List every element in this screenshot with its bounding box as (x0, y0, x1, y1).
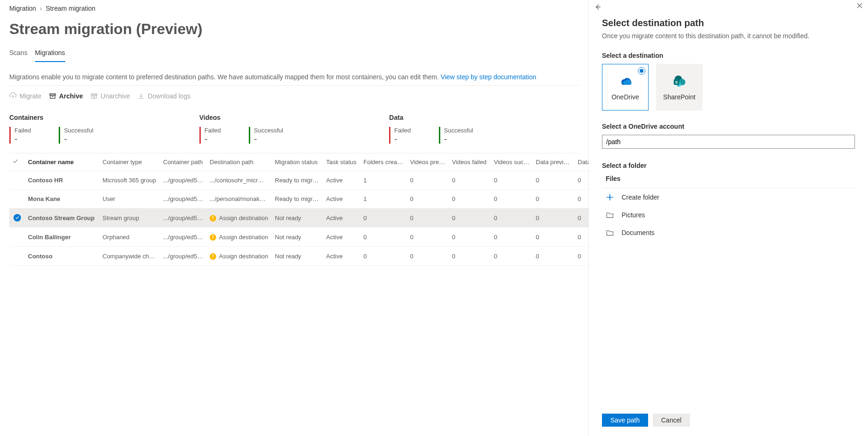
column-header-vfail[interactable]: Videos failed (449, 153, 491, 171)
archive-label: Archive (59, 92, 83, 100)
sharepoint-icon: S (672, 74, 687, 89)
cell-cpath: .../group/ed53… (160, 247, 207, 266)
cell-dpath[interactable]: !Assign destination (207, 208, 272, 228)
stat-failed-label: Failed (205, 127, 221, 134)
red-bar-icon (389, 127, 390, 144)
panel-title: Select destination path (602, 18, 855, 28)
plus-icon (606, 193, 614, 201)
folder-icon (606, 228, 614, 237)
column-header-vsucc[interactable]: Videos succ… (491, 153, 533, 171)
column-header-name[interactable]: Container name (25, 153, 100, 171)
cell-vprev: 0 (407, 190, 449, 208)
red-bar-icon (9, 127, 11, 144)
destination-panel: Select destination path Once you migrate… (588, 0, 868, 436)
cell-dfail: 0 (575, 171, 588, 190)
cell-vfail: 0 (449, 208, 491, 228)
chevron-right-icon: › (40, 5, 42, 12)
stat-failed-value: - (205, 134, 221, 145)
cell-tstatus: Active (323, 208, 361, 228)
column-header-folders[interactable]: Folders created (361, 153, 407, 171)
cell-tstatus: Active (323, 171, 361, 190)
cell-dpath: .../contosohr_micr… (207, 171, 272, 190)
cell-name: Colin Ballinger (25, 228, 100, 247)
download-logs-button[interactable]: Download logs (137, 92, 191, 100)
cell-dpath[interactable]: !Assign destination (207, 247, 272, 266)
cell-type: Stream group (100, 208, 160, 228)
table-row[interactable]: Mona KaneUser.../group/ed53….../personal… (9, 190, 588, 208)
migrate-button[interactable]: Migrate (9, 92, 41, 100)
unarchive-label: Unarchive (101, 92, 130, 100)
table-row[interactable]: Contoso HRMicrosoft 365 group.../group/e… (9, 171, 588, 190)
cell-vsucc: 0 (491, 228, 533, 247)
cell-cpath: .../group/ed53… (160, 190, 207, 208)
cancel-button[interactable]: Cancel (653, 414, 690, 427)
destination-card-onedrive[interactable]: OneDrive (602, 64, 649, 111)
cell-tstatus: Active (323, 190, 361, 208)
cell-cpath: .../group/ed53… (160, 171, 207, 190)
column-header-type[interactable]: Container type (100, 153, 160, 171)
green-bar-icon (249, 127, 250, 144)
column-header-vprev[interactable]: Videos prev… (407, 153, 449, 171)
cell-vprev: 0 (407, 228, 449, 247)
destination-card-sharepoint[interactable]: S SharePoint (656, 64, 703, 111)
documentation-link[interactable]: View step by step documentation (441, 73, 536, 81)
folder-item-pictures[interactable]: Pictures (602, 206, 855, 224)
table-row[interactable]: Contoso Stream GroupStream group.../grou… (9, 208, 588, 228)
main-content: Migration › Stream migration Stream migr… (0, 0, 588, 436)
close-icon (856, 2, 863, 9)
cell-dprev: 0 (533, 208, 575, 228)
cell-vfail: 0 (449, 228, 491, 247)
cell-folders: 1 (361, 190, 407, 208)
onedrive-label: OneDrive (611, 93, 639, 101)
table-row[interactable]: Colin BallingerOrphaned.../group/ed53…!A… (9, 228, 588, 247)
cell-dfail: 0 (575, 190, 588, 208)
cell-vprev: 0 (407, 247, 449, 266)
onedrive-icon (618, 74, 633, 89)
close-button[interactable] (856, 2, 863, 11)
migrations-table: Container name Container type Container … (9, 153, 588, 266)
cell-tstatus: Active (323, 247, 361, 266)
migrate-label: Migrate (20, 92, 41, 100)
checkmark-icon (14, 214, 21, 221)
cell-dfail: 0 (575, 228, 588, 247)
folder-icon (606, 211, 614, 219)
back-button[interactable] (594, 3, 602, 13)
red-bar-icon (199, 127, 201, 144)
breadcrumb-root[interactable]: Migration (9, 5, 36, 12)
account-label: Select a OneDrive account (602, 123, 855, 130)
cell-dprev: 0 (533, 171, 575, 190)
column-header-tstatus[interactable]: Task status (323, 153, 361, 171)
cloud-upload-icon (9, 92, 17, 100)
column-header-mstatus[interactable]: Migration status (272, 153, 323, 171)
path-input[interactable] (602, 135, 855, 149)
stat-success-value: - (254, 134, 283, 145)
stats-heading-containers: Containers (9, 114, 199, 121)
destination-label: Select a destination (602, 52, 855, 59)
create-folder-item[interactable]: Create folder (602, 188, 855, 206)
save-path-button[interactable]: Save path (602, 414, 648, 427)
cell-vsucc: 0 (491, 208, 533, 228)
column-header-select[interactable] (9, 153, 25, 171)
sharepoint-label: SharePoint (663, 93, 695, 101)
tab-migrations[interactable]: Migrations (35, 46, 65, 62)
stats-heading-videos: Videos (199, 114, 390, 121)
unarchive-icon (90, 92, 98, 100)
unarchive-button[interactable]: Unarchive (90, 92, 130, 100)
cell-cpath: .../group/ed53… (160, 208, 207, 228)
radio-selected-icon (638, 67, 645, 75)
folder-item-documents[interactable]: Documents (602, 224, 855, 242)
cell-mstatus: Ready to migrate (272, 171, 323, 190)
stat-success-value: - (444, 134, 473, 145)
cell-dfail: 0 (575, 208, 588, 228)
tabs: Scans Migrations (9, 46, 579, 62)
column-header-cpath[interactable]: Container path (160, 153, 207, 171)
cell-dpath[interactable]: !Assign destination (207, 228, 272, 247)
column-header-dpath[interactable]: Destination path (207, 153, 272, 171)
tab-scans[interactable]: Scans (9, 46, 27, 62)
download-icon (137, 92, 145, 100)
table-row[interactable]: ContosoCompanywide channel.../group/ed53… (9, 247, 588, 266)
archive-button[interactable]: Archive (49, 92, 83, 100)
column-header-dprev[interactable]: Data previo… (533, 153, 575, 171)
cell-folders: 0 (361, 228, 407, 247)
column-header-dfail[interactable]: Data failed (575, 153, 588, 171)
